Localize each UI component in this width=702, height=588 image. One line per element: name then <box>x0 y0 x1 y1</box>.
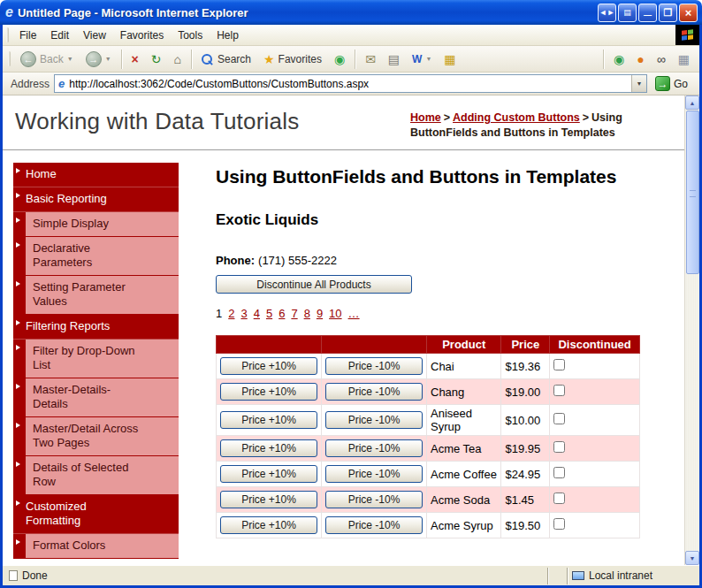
sidebar-item-setting-parameter-values[interactable]: Setting Parameter Values <box>26 276 179 314</box>
home-icon: ⌂ <box>173 53 180 65</box>
discontinued-checkbox[interactable] <box>553 493 565 504</box>
address-input[interactable]: e http://localhost:3062/Code/CustomButto… <box>54 74 647 93</box>
address-dropdown-button[interactable]: ▼ <box>631 75 646 92</box>
go-button[interactable]: → Go <box>652 73 695 94</box>
sidebar-item-format-colors[interactable]: Format Colors <box>26 534 179 558</box>
menu-view[interactable]: View <box>76 26 113 45</box>
discontinued-checkbox[interactable] <box>553 413 565 424</box>
price-down-button[interactable]: Price -10% <box>325 411 423 429</box>
toolbar-grip[interactable] <box>8 51 11 66</box>
sidebar-item-customized-formatting[interactable]: Customized Formatting <box>13 495 179 534</box>
web-page: Working with Data Tutorials Home>Adding … <box>3 95 684 565</box>
scrollbar-thumb[interactable] <box>686 111 699 274</box>
sidebar-item-master-details-details[interactable]: Master-Details-Details <box>26 378 179 416</box>
extension-button-3[interactable]: ∞ <box>651 50 672 69</box>
vertical-scrollbar[interactable]: ▲ ▼ <box>684 95 699 565</box>
breadcrumb-link-adding-custom-buttons[interactable]: Adding Custom Buttons <box>453 111 580 124</box>
sidebar-item-home[interactable]: Home <box>13 163 179 187</box>
sidebar-item-simple-display[interactable]: Simple Display <box>26 212 179 236</box>
mail-icon: ✉ <box>365 53 376 65</box>
extension-button-1[interactable]: ◉ <box>607 50 630 69</box>
menu-bar: File Edit View Favorites Tools Help <box>3 25 699 46</box>
price-up-button[interactable]: Price +10% <box>220 465 317 483</box>
restore-icon: ❐ <box>664 8 673 18</box>
price-down-button[interactable]: Price -10% <box>325 465 423 483</box>
price-up-button[interactable]: Price +10% <box>220 411 317 429</box>
window-body: File Edit View Favorites Tools Help ← Ba… <box>0 25 702 588</box>
price-up-button[interactable]: Price +10% <box>220 516 317 534</box>
restore-button[interactable]: ❐ <box>659 4 677 22</box>
menu-favorites[interactable]: Favorites <box>113 26 171 45</box>
discontinued-checkbox[interactable] <box>553 385 565 396</box>
sidebar-item-filter-by-drop-down-list[interactable]: Filter by Drop-Down List <box>26 340 179 378</box>
address-url[interactable]: http://localhost:3062/Code/CustomButtons… <box>69 78 631 90</box>
scroll-up-button[interactable]: ▲ <box>685 95 699 110</box>
pager-page-10[interactable]: 10 <box>329 307 341 320</box>
menu-file[interactable]: File <box>12 26 43 45</box>
address-bar: Address e http://localhost:3062/Code/Cus… <box>3 73 699 95</box>
product-row: Price +10% Price -10% Chang $19.00 <box>217 379 640 405</box>
discontinued-checkbox[interactable] <box>553 359 565 370</box>
favorites-button[interactable]: ★ Favorites <box>257 50 328 69</box>
pager-page-2[interactable]: 2 <box>228 307 234 320</box>
extension-button-2[interactable]: ● <box>630 50 650 69</box>
toolbar-separator <box>355 50 355 69</box>
product-row: Price +10% Price -10% Aniseed Syrup $10.… <box>217 405 640 436</box>
pager-page-4[interactable]: 4 <box>254 307 260 320</box>
print-button[interactable]: ▤ <box>382 50 406 69</box>
back-button[interactable]: ← Back ▼ <box>14 48 80 71</box>
sidebar-nav: Home Basic Reporting Simple Display Decl… <box>13 163 179 559</box>
pager-page-9[interactable]: 9 <box>317 307 323 320</box>
mail-button[interactable]: ✉ <box>359 50 382 69</box>
sidebar-item-declarative-parameters[interactable]: Declarative Parameters <box>26 237 179 275</box>
price-down-button[interactable]: Price -10% <box>325 357 423 375</box>
discontinue-all-button[interactable]: Discontinue All Products <box>216 275 412 294</box>
price-down-button[interactable]: Price -10% <box>325 383 423 401</box>
back-label: Back <box>40 53 64 65</box>
extension-button-4[interactable]: ▦ <box>672 50 696 69</box>
pager-page-7[interactable]: 7 <box>291 307 297 320</box>
price-down-button[interactable]: Price -10% <box>325 516 423 534</box>
menu-edit[interactable]: Edit <box>43 26 76 45</box>
sidebar-item-filtering-reports[interactable]: Filtering Reports <box>13 315 179 340</box>
stop-button[interactable]: × <box>126 50 145 69</box>
pager-ellipsis[interactable]: … <box>348 307 360 320</box>
search-button[interactable]: Search <box>195 50 257 69</box>
refresh-button[interactable]: ↻ <box>145 50 168 69</box>
pager-page-3[interactable]: 3 <box>240 307 247 320</box>
price-cell: $19.36 <box>501 354 550 379</box>
price-up-button[interactable]: Price +10% <box>220 383 317 401</box>
discontinued-checkbox[interactable] <box>553 467 565 478</box>
titlebar[interactable]: e Untitled Page - Microsoft Internet Exp… <box>0 0 702 25</box>
scroll-down-button[interactable]: ▼ <box>685 551 699 565</box>
sidebar-item-details-of-selected-row[interactable]: Details of Selected Row <box>26 456 179 494</box>
pager-page-5[interactable]: 5 <box>266 307 272 320</box>
media-button[interactable]: ◉ <box>328 50 351 69</box>
sidebar-item-basic-reporting[interactable]: Basic Reporting <box>13 187 179 212</box>
status-text: Done <box>22 569 48 582</box>
discontinued-checkbox[interactable] <box>553 441 565 453</box>
minimize-button[interactable]: — <box>638 4 657 22</box>
price-up-button[interactable]: Price +10% <box>220 439 317 457</box>
forward-button[interactable]: → ▼ <box>80 48 118 71</box>
price-down-button[interactable]: Price -10% <box>325 491 423 508</box>
pager-page-8[interactable]: 8 <box>304 307 310 320</box>
media-icon: ◉ <box>334 53 345 65</box>
window-nav-pair-button[interactable]: ◄► <box>598 4 616 22</box>
sidebar-item-master-detail-across-two-pages[interactable]: Master/Detail Across Two Pages <box>26 417 179 455</box>
toolbar-separator <box>191 50 192 69</box>
breadcrumb-link-home[interactable]: Home <box>410 111 441 124</box>
window-extra-button[interactable]: ▤ <box>618 4 637 22</box>
home-button[interactable]: ⌂ <box>167 50 187 69</box>
price-up-button[interactable]: Price +10% <box>220 491 317 508</box>
price-down-button[interactable]: Price -10% <box>325 439 423 457</box>
menu-tools[interactable]: Tools <box>171 26 210 45</box>
menu-help[interactable]: Help <box>210 26 246 45</box>
menubar-grip[interactable] <box>6 27 9 42</box>
close-button[interactable]: × <box>679 4 698 22</box>
edit-button[interactable]: W ▼ <box>406 50 438 68</box>
pager-page-6[interactable]: 6 <box>279 307 285 320</box>
price-up-button[interactable]: Price +10% <box>220 357 317 375</box>
discuss-button[interactable]: ▦ <box>438 50 462 69</box>
discontinued-checkbox[interactable] <box>553 518 565 530</box>
